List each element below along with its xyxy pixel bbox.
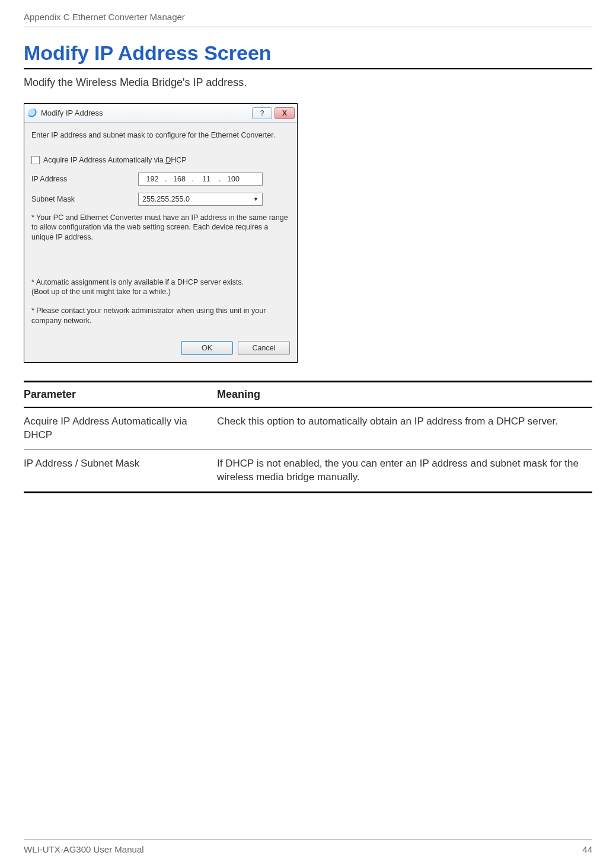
ip-address-label: IP Address xyxy=(31,175,138,183)
cancel-button[interactable]: Cancel xyxy=(238,341,290,355)
dialog-button-row: OK Cancel xyxy=(31,339,290,355)
ip-octet-1[interactable]: 192 xyxy=(142,175,162,183)
close-button[interactable]: X xyxy=(275,107,295,119)
subnet-mask-label: Subnet Mask xyxy=(31,195,138,203)
dhcp-checkbox[interactable] xyxy=(31,156,40,164)
table-header-meaning: Meaning xyxy=(217,381,592,407)
table-header-parameter: Parameter xyxy=(24,381,217,407)
help-button[interactable]: ? xyxy=(252,107,272,119)
table-cell-meaning: Check this option to automatically obtai… xyxy=(217,407,592,449)
table-row: IP Address / Subnet Mask If DHCP is not … xyxy=(24,449,592,492)
dialog-title: Modify IP Address xyxy=(41,108,250,117)
ip-address-row: IP Address 192 . 168 . 11 . 100 xyxy=(31,173,290,186)
parameter-table: Parameter Meaning Acquire IP Address Aut… xyxy=(24,381,592,493)
dialog-note-1: * Your PC and Ethernet Converter must ha… xyxy=(31,213,290,242)
modify-ip-dialog: Modify IP Address ? X Enter IP address a… xyxy=(24,103,298,363)
dhcp-checkbox-label: Acquire IP Address Automatically via DHC… xyxy=(43,156,187,164)
section-title: Modify IP Address Screen xyxy=(24,42,592,69)
dialog-instruction: Enter IP address and subnet mask to conf… xyxy=(31,131,290,139)
dialog-body: Enter IP address and subnet mask to conf… xyxy=(24,123,297,362)
table-cell-param: IP Address / Subnet Mask xyxy=(24,449,217,492)
subnet-mask-value: 255.255.255.0 xyxy=(142,195,190,203)
subnet-mask-select[interactable]: 255.255.255.0 ▼ xyxy=(138,193,263,206)
dialog-titlebar: Modify IP Address ? X xyxy=(24,104,297,123)
ok-button[interactable]: OK xyxy=(181,341,233,355)
ip-octet-2[interactable]: 168 xyxy=(169,175,189,183)
ip-octet-4[interactable]: 100 xyxy=(223,175,243,183)
dialog-note-3: * Please contact your network administra… xyxy=(31,306,290,325)
chevron-down-icon: ▼ xyxy=(253,196,258,202)
page-footer: WLI-UTX-AG300 User Manual 44 xyxy=(24,839,592,854)
section-description: Modify the Wireless Media Bridge's IP ad… xyxy=(24,76,592,89)
ip-octet-3[interactable]: 11 xyxy=(196,175,216,183)
footer-page-number: 44 xyxy=(582,844,592,854)
table-cell-param: Acquire IP Address Automatically via DHC… xyxy=(24,407,217,449)
subnet-mask-row: Subnet Mask 255.255.255.0 ▼ xyxy=(31,193,290,206)
table-cell-meaning: If DHCP is not enabled, the you can ente… xyxy=(217,449,592,492)
table-row: Acquire IP Address Automatically via DHC… xyxy=(24,407,592,449)
dialog-note-2: * Automatic assignment is only available… xyxy=(31,277,290,297)
dhcp-checkbox-row: Acquire IP Address Automatically via DHC… xyxy=(31,156,290,164)
app-icon xyxy=(28,108,37,118)
footer-manual-title: WLI-UTX-AG300 User Manual xyxy=(24,844,144,854)
page-header: Appendix C Ethernet Converter Manager xyxy=(24,12,592,27)
ip-address-input[interactable]: 192 . 168 . 11 . 100 xyxy=(138,173,263,186)
